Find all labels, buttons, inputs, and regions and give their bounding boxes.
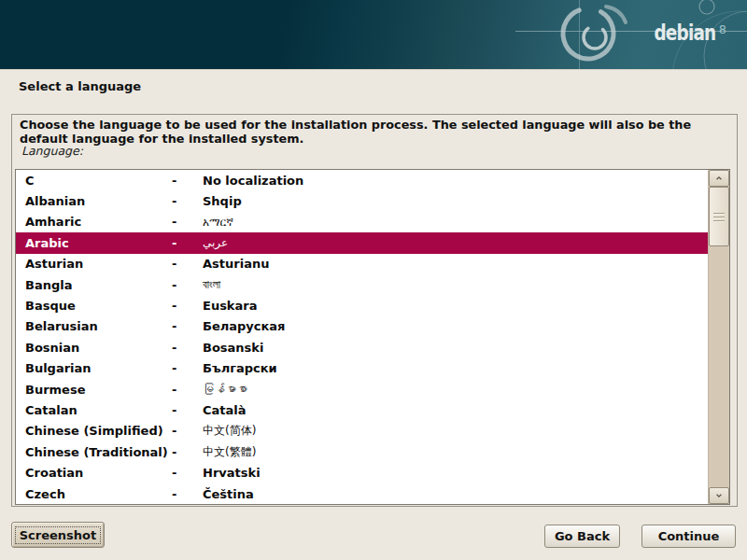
separator-dash: - [172,403,203,417]
language-native: Беларуская [203,319,708,333]
language-name: Czech [25,487,172,501]
list-item[interactable]: Arabic-عربي [16,232,708,253]
separator-dash: - [172,319,203,333]
separator-dash: - [172,194,203,208]
list-item[interactable]: Czech-Čeština [16,483,708,504]
instruction-text: Choose the language to be used for the i… [20,118,718,146]
list-item[interactable]: Croatian-Hrvatski [16,462,708,483]
language-native: 中文(简体) [203,423,708,439]
language-name: Belarusian [25,319,172,333]
language-list[interactable]: C-No localizationAlbanian-ShqipAmharic-አ… [16,170,708,504]
header-banner: debian 8 [0,0,747,70]
language-native: Čeština [203,487,708,501]
language-native: Català [203,403,708,417]
list-item[interactable]: Bulgarian-Български [16,358,708,379]
list-item[interactable]: C-No localization [16,170,708,190]
language-native: Hrvatski [203,466,708,480]
language-name: Catalan [25,403,172,417]
list-item[interactable]: Amharic-አማርኛ [16,212,708,232]
brand-name: debian [655,22,716,44]
language-label: Language: [21,144,83,158]
language-native: عربي [203,236,708,249]
separator-dash: - [172,383,203,397]
list-item[interactable]: Burmese-မြန်မာစာ [16,379,708,399]
list-item[interactable]: Asturian-Asturianu [16,254,708,274]
debian-swirl-icon [0,0,747,69]
separator-dash: - [172,236,203,250]
language-name: Basque [25,299,172,313]
language-name: Burmese [25,383,172,397]
list-item[interactable]: Catalan-Català [16,399,708,420]
screenshot-button[interactable]: Screenshot [11,522,105,548]
separator-dash: - [172,278,203,292]
language-native: 中文(繁體) [203,444,708,460]
separator-dash: - [172,215,203,229]
language-name: Amharic [25,215,172,229]
dialog-frame: Choose the language to be used for the i… [11,114,738,507]
language-name: Albanian [25,194,172,208]
language-native: မြန်မာစာ [203,383,708,396]
scroll-up-button[interactable] [709,170,729,187]
separator-dash: - [172,445,203,459]
continue-button[interactable]: Continue [641,525,736,548]
go-back-button[interactable]: Go Back [544,525,620,548]
language-name: C [25,174,172,188]
list-item[interactable]: Bangla-বাংলা [16,274,708,295]
language-name: Bulgarian [25,361,172,375]
language-name: Bosnian [25,341,172,355]
language-name: Chinese (Simplified) [25,424,172,438]
brand-version: 8 [719,23,726,35]
language-name: Asturian [25,257,172,271]
language-name: Chinese (Traditional) [25,445,172,459]
chevron-up-icon [715,175,723,182]
list-item[interactable]: Chinese (Simplified)-中文(简体) [16,421,708,441]
list-item[interactable]: Chinese (Traditional)-中文(繁體) [16,441,708,462]
list-item[interactable]: Belarusian-Беларуская [16,316,708,337]
language-native: Shqip [203,194,708,208]
separator-dash: - [172,174,203,188]
language-listbox: C-No localizationAlbanian-ShqipAmharic-አ… [15,169,730,505]
brand-logo: debian 8 [639,22,726,44]
separator-dash: - [172,341,203,355]
language-native: Bosanski [203,341,708,355]
language-native: বাংলা [203,278,708,291]
scrollbar-thumb[interactable] [709,187,729,246]
scroll-down-button[interactable] [709,487,729,504]
list-item[interactable]: Albanian-Shqip [16,190,708,211]
separator-dash: - [172,257,203,271]
list-item[interactable]: Basque-Euskara [16,295,708,315]
language-native: Български [203,361,708,375]
screenshot-button-label: Screenshot [15,526,102,544]
scrollbar[interactable] [708,170,729,504]
separator-dash: - [172,466,203,480]
language-native: No localization [203,174,708,188]
chevron-down-icon [715,492,723,499]
page-title: Select a language [19,79,141,93]
language-name: Bangla [25,278,172,292]
separator-dash: - [172,299,203,313]
separator-dash: - [172,424,203,438]
separator-dash: - [172,487,203,501]
language-native: አማርኛ [203,216,708,229]
language-name: Arabic [25,236,172,250]
list-item[interactable]: Bosnian-Bosanski [16,337,708,357]
separator-dash: - [172,361,203,375]
language-name: Croatian [25,466,172,480]
thumb-grip-icon [713,213,725,224]
language-native: Euskara [203,299,708,313]
language-native: Asturianu [203,257,708,271]
